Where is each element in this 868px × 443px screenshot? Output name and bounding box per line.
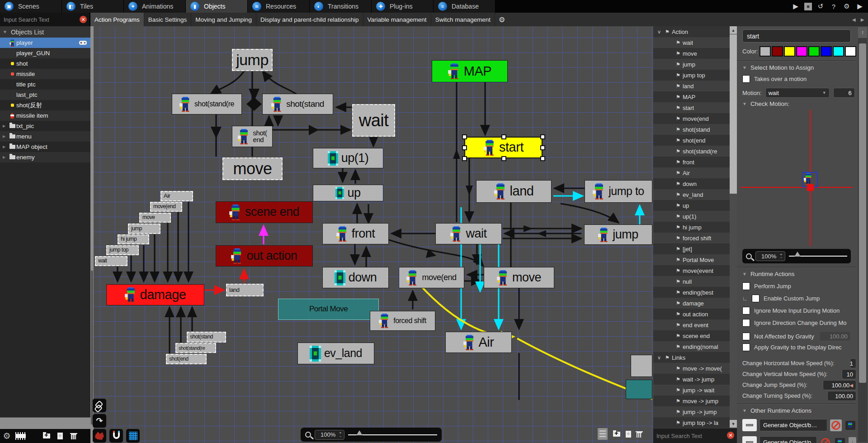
- runtime-actions-header[interactable]: ▼Runtime Actions: [742, 271, 856, 277]
- color-swatch-6[interactable]: [833, 46, 844, 57]
- sidebar-item-missile-item[interactable]: missile item: [0, 110, 90, 121]
- sidebar-item-map-object[interactable]: ▶ MAP object: [0, 142, 90, 152]
- node-jump-to[interactable]: jump to: [585, 180, 652, 203]
- node-wait[interactable]: wait: [435, 223, 502, 244]
- action-item-move-move[interactable]: ⚑move -> move(: [653, 363, 730, 374]
- play-button[interactable]: ▶: [791, 2, 800, 11]
- not-affected-by-gravity-checkbox[interactable]: [742, 333, 750, 340]
- action-item-land[interactable]: ⚑land: [653, 81, 730, 91]
- tab-objects[interactable]: ▮Objects: [186, 0, 248, 13]
- disable-icon[interactable]: [830, 419, 842, 431]
- help-button[interactable]: ?: [829, 2, 838, 11]
- color-swatch-2[interactable]: [784, 46, 795, 57]
- action-program-canvas[interactable]: jump shot(stand(re shot(standwait shot( …: [90, 26, 653, 443]
- action-item-shot-stand-re[interactable]: ⚑shot(stand(re: [653, 146, 730, 157]
- node-jump-top[interactable]: jump top: [106, 245, 139, 255]
- canvas-zoom-value[interactable]: 100% ＋－: [315, 430, 344, 440]
- action-list-scrollbar[interactable]: ▲ ▼: [730, 26, 737, 428]
- action-item-down[interactable]: ⚑down: [653, 178, 730, 189]
- color-swatch-5[interactable]: [821, 46, 832, 57]
- tab-scenes[interactable]: ▣Scenes: [0, 0, 62, 13]
- selection-handle[interactable]: [501, 134, 506, 139]
- tab-plug-ins[interactable]: ✚Plug-ins: [372, 0, 434, 13]
- color-swatch-1[interactable]: [772, 46, 783, 57]
- action-item-null[interactable]: ⚑null: [653, 276, 730, 287]
- action-item-out-action[interactable]: ⚑out action: [653, 309, 730, 319]
- node-portal-move[interactable]: Portal Move: [278, 299, 379, 320]
- perform-jump-checkbox[interactable]: [742, 282, 750, 290]
- action-item-jump-top-la[interactable]: ⚑jump top -> la: [653, 417, 730, 428]
- node-up-1[interactable]: up(1): [313, 148, 383, 168]
- change-vertical-move-speed-field[interactable]: 10: [842, 369, 856, 379]
- group-chevron-icon[interactable]: ∨: [653, 355, 665, 361]
- node-jump[interactable]: jump: [128, 224, 160, 234]
- action-item-forced-shift[interactable]: ⚑forced shift: [653, 233, 730, 243]
- nav-forward-icon[interactable]: ►: [859, 16, 865, 23]
- disable-icon[interactable]: [820, 437, 831, 443]
- subtab-switch-management[interactable]: Switch management: [431, 13, 495, 26]
- sidebar-item-last-ptc[interactable]: last_ptc: [0, 90, 90, 100]
- node-jump[interactable]: jump: [584, 224, 652, 245]
- tab-tiles[interactable]: ◧Tiles: [62, 0, 124, 13]
- ignore-direction-change-during-mo-checkbox[interactable]: [742, 319, 750, 327]
- selection-handle[interactable]: [501, 156, 506, 161]
- action-item-damage[interactable]: ⚑damage: [653, 298, 730, 309]
- add-page-icon[interactable]: [53, 429, 67, 443]
- play-secondary-button[interactable]: ▶: [855, 2, 864, 11]
- node-move[interactable]: move: [222, 157, 283, 180]
- selection-handle[interactable]: [540, 156, 545, 161]
- scroll-up-icon[interactable]: ▲: [730, 26, 737, 34]
- expand-arrow-icon[interactable]: ▶: [0, 145, 8, 149]
- object-sprite-icon[interactable]: [834, 437, 846, 443]
- canvas-add-page-icon[interactable]: [626, 431, 631, 438]
- action-item-up[interactable]: ⚑up: [653, 200, 730, 211]
- canvas-delete-icon[interactable]: [637, 432, 642, 438]
- change-horizontal-move-speed-field[interactable]: 1: [850, 358, 856, 368]
- tab-transitions[interactable]: ◐Transitions: [310, 0, 372, 13]
- node-shot-stand[interactable]: shot(stand: [262, 94, 333, 114]
- change-jump-speed-field[interactable]: 100.00 ◀: [823, 380, 856, 390]
- motion-count-field[interactable]: 6: [833, 88, 855, 98]
- node-front[interactable]: front: [322, 223, 389, 244]
- ignore-move-input-during-motion-checkbox[interactable]: [742, 307, 750, 314]
- sidebar-item-missile[interactable]: missile: [0, 69, 90, 79]
- selection-handle[interactable]: [462, 134, 467, 139]
- sidebar-item-title-ptc[interactable]: title ptc: [0, 79, 90, 90]
- action-item-up-1[interactable]: ⚑up(1): [653, 211, 730, 222]
- action-item-shot-stand[interactable]: ⚑shot(stand: [653, 124, 730, 135]
- sidebar-item-enemy[interactable]: ▶ enemy: [0, 152, 90, 162]
- action-name-field[interactable]: start: [742, 29, 851, 43]
- node-hi-jump[interactable]: hi jump: [118, 234, 149, 244]
- node-land[interactable]: land: [226, 284, 264, 296]
- action-item-ending-best[interactable]: ⚑ending(best: [653, 287, 730, 298]
- remove-action-button[interactable]: [742, 419, 757, 431]
- action-item-jump-wait[interactable]: ⚑jump -> wait: [653, 385, 730, 395]
- action-group-action[interactable]: ∨⚑Action: [653, 26, 730, 37]
- sidebar-item-txt-pic[interactable]: ▶ txt_pic: [0, 121, 90, 131]
- node-shot-stand[interactable]: shot(stand: [187, 332, 226, 343]
- add-object-folder-icon[interactable]: [40, 429, 53, 443]
- link-mode-icon[interactable]: [93, 399, 106, 412]
- sidebar-item-player-gun[interactable]: player_GUN: [0, 48, 90, 58]
- redirect-arrow-icon[interactable]: ↷: [93, 414, 106, 428]
- sidebar-item-player[interactable]: player: [0, 38, 90, 48]
- object-sprite-icon[interactable]: [844, 419, 856, 431]
- move-down-icon[interactable]: ↓: [849, 437, 856, 443]
- node-forced-shift[interactable]: forced shift: [370, 311, 435, 331]
- properties-scrollbar[interactable]: ↑: [858, 27, 867, 442]
- action-group-links[interactable]: ∨⚑Links: [653, 352, 730, 363]
- node-shot-end[interactable]: shot(end: [166, 354, 207, 364]
- action-item-move-jump[interactable]: ⚑move -> jump: [653, 395, 730, 406]
- action-item-jump[interactable]: ⚑jump: [653, 59, 730, 70]
- action-item-jump-jump[interactable]: ⚑jump -> jump: [653, 406, 730, 417]
- subtab-basic-settings[interactable]: Basic Settings: [144, 13, 192, 26]
- action-item-air[interactable]: ⚑Air: [653, 167, 730, 178]
- preview-zoom-value[interactable]: 100% ＋－: [755, 251, 785, 261]
- check-motion-header[interactable]: ▼Check Motion:: [742, 100, 856, 107]
- generate-object-p-field[interactable]: Generate Object/p…: [760, 436, 817, 443]
- preview-zoom-stepper[interactable]: ＋－: [779, 253, 783, 259]
- settings-button[interactable]: ⚙: [842, 2, 851, 11]
- expand-arrow-icon[interactable]: ▶: [0, 155, 8, 159]
- tab-animations[interactable]: ✦Animations: [124, 0, 186, 13]
- nav-back-icon[interactable]: ◄: [851, 16, 857, 23]
